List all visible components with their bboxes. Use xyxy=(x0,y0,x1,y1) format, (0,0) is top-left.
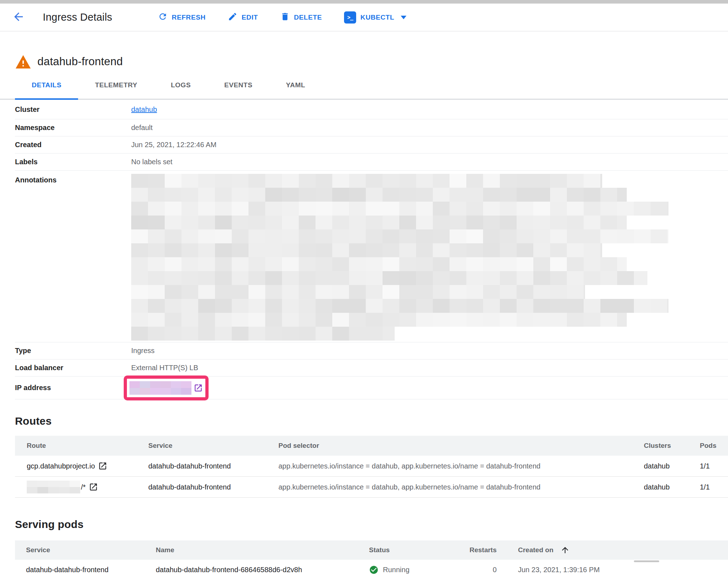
check-circle-icon xyxy=(369,565,379,575)
chevron-down-icon xyxy=(401,16,406,19)
load-balancer-label: Load balancer xyxy=(15,364,131,372)
tab-bar: DETAILS TELEMETRY LOGS EVENTS YAML xyxy=(0,71,728,100)
route-open-in-new-icon[interactable] xyxy=(98,461,107,471)
edit-pencil-icon xyxy=(228,12,237,23)
col-route: Route xyxy=(15,442,148,450)
pod-status-text: Running xyxy=(383,566,410,574)
detail-row-namespace: Namespace default xyxy=(15,119,728,136)
route-open-in-new-icon[interactable] xyxy=(89,482,98,492)
col-clusters: Clusters xyxy=(644,442,700,450)
tab-telemetry[interactable]: TELEMETRY xyxy=(78,71,154,99)
delete-button[interactable]: DELETE xyxy=(280,12,322,23)
col-name: Name xyxy=(156,546,369,554)
tab-events[interactable]: EVENTS xyxy=(207,71,269,99)
route-clusters: datahub xyxy=(644,483,700,491)
namespace-value: default xyxy=(131,124,153,132)
route-service: datahub-datahub-frontend xyxy=(148,462,278,470)
kubectl-terminal-icon: >_ xyxy=(344,11,356,24)
redacted-annotations-blur xyxy=(131,174,668,341)
load-balancer-value: External HTTP(S) LB xyxy=(131,364,198,372)
ip-highlight-annotation-box xyxy=(124,376,209,400)
detail-row-labels: Labels No labels set xyxy=(15,154,728,171)
detail-row-cluster: Cluster datahub xyxy=(15,100,728,119)
col-restarts: Restarts xyxy=(463,546,497,554)
col-pod-selector: Pod selector xyxy=(278,442,644,450)
warning-icon xyxy=(15,55,31,69)
route-pods: 1/1 xyxy=(700,462,728,470)
horizontal-scrollbar-thumb[interactable] xyxy=(634,560,659,562)
cluster-link[interactable]: datahub xyxy=(131,105,157,113)
ip-address-label: IP address xyxy=(15,384,131,392)
pod-service: datahub-datahub-frontend xyxy=(15,566,156,574)
col-status: Status xyxy=(369,546,463,554)
resource-name: datahub-frontend xyxy=(37,55,123,68)
detail-row-ip-address: IP address xyxy=(15,377,728,399)
serving-pods-heading: Serving pods xyxy=(15,518,728,530)
window-top-strip xyxy=(0,0,728,4)
edit-button[interactable]: EDIT xyxy=(228,12,258,23)
labels-label: Labels xyxy=(15,158,131,166)
route-service: datahub-datahub-frontend xyxy=(148,483,278,491)
sort-ascending-arrow-icon[interactable] xyxy=(560,545,570,555)
namespace-label: Namespace xyxy=(15,124,131,132)
detail-row-type: Type Ingress xyxy=(15,342,728,359)
routes-table-header: Route Service Pod selector Clusters Pods xyxy=(15,436,728,456)
redacted-route-blur xyxy=(27,481,80,493)
refresh-icon xyxy=(158,12,168,23)
serving-pods-table: Service Name Status Restarts Created on … xyxy=(15,540,728,580)
route-pod-selector: app.kubernetes.io/instance = datahub, ap… xyxy=(278,483,540,491)
toolbar-actions: REFRESH EDIT DELETE >_ KUBECTL xyxy=(158,11,406,24)
route-clusters: datahub xyxy=(644,462,700,470)
route-row-2: /* datahub-datahub-frontend app.kubernet… xyxy=(15,477,728,498)
kubectl-button[interactable]: >_ KUBECTL xyxy=(344,11,406,24)
refresh-button[interactable]: REFRESH xyxy=(158,12,206,23)
annotations-label: Annotations xyxy=(15,174,131,184)
page-title: Ingress Details xyxy=(43,11,112,23)
type-label: Type xyxy=(15,347,131,355)
back-button[interactable] xyxy=(11,10,26,25)
pod-created-on: Jun 23, 2021, 1:39:16 PM xyxy=(518,566,600,574)
routes-heading: Routes xyxy=(15,415,728,427)
created-label: Created xyxy=(15,141,131,149)
detail-row-annotations: Annotations xyxy=(15,171,728,342)
tab-details[interactable]: DETAILS xyxy=(15,71,78,99)
refresh-label: REFRESH xyxy=(172,14,206,21)
route-row-1: gcp.datahubproject.io datahub-datahub-fr… xyxy=(15,456,728,477)
routes-table: Route Service Pod selector Clusters Pods… xyxy=(15,436,728,498)
tab-logs[interactable]: LOGS xyxy=(154,71,207,99)
kubectl-label: KUBECTL xyxy=(360,14,394,21)
ip-open-in-new-icon[interactable] xyxy=(194,383,203,393)
col-service: Service xyxy=(148,442,278,450)
detail-row-created: Created Jun 25, 2021, 12:22:46 AM xyxy=(15,136,728,154)
cluster-label: Cluster xyxy=(15,105,131,114)
edit-label: EDIT xyxy=(242,14,258,21)
route-pods: 1/1 xyxy=(700,483,728,491)
type-value: Ingress xyxy=(131,347,155,355)
resource-heading: datahub-frontend xyxy=(15,53,728,70)
redacted-ip-blur xyxy=(129,381,191,395)
delete-label: DELETE xyxy=(294,14,322,21)
back-arrow-icon xyxy=(12,10,25,24)
route-path-suffix: /* xyxy=(81,483,86,491)
col-pods: Pods xyxy=(700,442,728,450)
detail-row-load-balancer: Load balancer External HTTP(S) LB xyxy=(15,359,728,377)
created-value: Jun 25, 2021, 12:22:46 AM xyxy=(131,141,216,149)
labels-value: No labels set xyxy=(131,158,173,166)
pod-restarts: 0 xyxy=(463,566,497,574)
col-created-on: Created on xyxy=(518,546,553,554)
col-service: Service xyxy=(15,546,156,554)
serving-pods-table-header: Service Name Status Restarts Created on xyxy=(15,540,728,560)
tab-yaml[interactable]: YAML xyxy=(269,71,322,99)
pod-name: datahub-datahub-frontend-68646588d6-d2v8… xyxy=(156,566,369,574)
route-host: gcp.datahubproject.io xyxy=(27,462,95,470)
trash-icon xyxy=(280,12,290,23)
app-toolbar: Ingress Details REFRESH EDIT DELETE >_ K… xyxy=(0,4,728,31)
route-pod-selector: app.kubernetes.io/instance = datahub, ap… xyxy=(278,462,540,470)
pod-row-1: datahub-datahub-frontend datahub-datahub… xyxy=(15,560,728,580)
details-panel: Cluster datahub Namespace default Create… xyxy=(15,100,728,399)
